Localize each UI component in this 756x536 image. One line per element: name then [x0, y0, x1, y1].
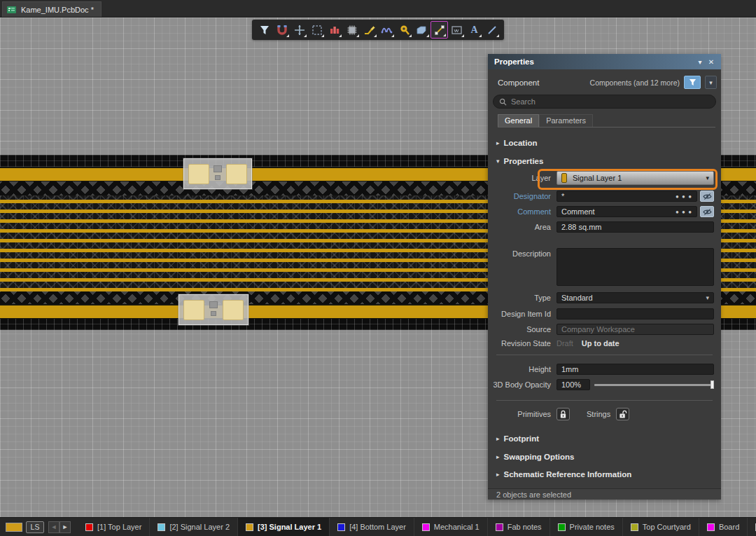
line-button[interactable]	[483, 21, 500, 39]
layer-tab[interactable]: Private notes	[550, 518, 623, 536]
layer-tab-label: Mechanical 1	[434, 523, 479, 531]
eye-slash-icon	[703, 193, 712, 200]
layer-tab[interactable]: Mechanical 1	[414, 518, 488, 536]
type-dropdown[interactable]: Standard ▾	[556, 292, 714, 303]
layer-tab[interactable]: [3] Signal Layer 1	[238, 518, 330, 536]
select-area-button[interactable]	[308, 21, 326, 39]
scope-filter-button[interactable]	[684, 76, 701, 89]
tab-parameters[interactable]: Parameters	[539, 114, 593, 127]
area-row: Area 2.88 sq.mm	[488, 221, 714, 233]
type-row: Type Standard ▾	[488, 292, 714, 303]
section-location[interactable]: ▸ Location	[488, 139, 721, 147]
layer-tab-label: [4] Bottom Layer	[349, 523, 406, 531]
comment-label[interactable]: Comment	[488, 207, 556, 216]
section-footprint[interactable]: ▸ Footprint	[488, 434, 721, 443]
layer-tab[interactable]: Top Assembly	[748, 518, 756, 536]
pad-tool-button[interactable]	[326, 21, 343, 39]
layer-tabs: [1] Top Layer [2] Signal Layer 2 [3] Sig…	[78, 518, 756, 536]
current-layer-swatch	[6, 523, 22, 532]
section-properties[interactable]: ▾ Properties	[488, 157, 721, 165]
tab-general[interactable]: General	[498, 114, 539, 127]
panel-title: Properties	[494, 57, 694, 66]
section-schematic-reference[interactable]: ▸ Schematic Reference Information	[488, 470, 721, 479]
line-icon	[486, 25, 498, 36]
description-input[interactable]	[556, 248, 714, 286]
selection-rectangle-icon	[312, 25, 323, 36]
filter-icon	[259, 25, 270, 36]
panel-close-icon[interactable]: ✕	[706, 58, 717, 66]
polygon-pour-button[interactable]	[413, 21, 430, 39]
slider-handle[interactable]	[710, 380, 714, 389]
layer-color-swatch	[422, 523, 430, 531]
divider	[496, 355, 713, 355]
revision-state-row: Revision State Draft Up to date	[488, 339, 714, 348]
text-string-icon: A	[470, 25, 477, 36]
crosshair-move-icon	[294, 25, 305, 36]
layer-sets-button[interactable]: LS	[26, 521, 44, 533]
component-pad[interactable]	[226, 164, 247, 184]
component-body-mark	[215, 175, 220, 180]
snap-magnet-button[interactable]	[273, 21, 290, 39]
polygon-icon	[416, 25, 428, 36]
designator-label[interactable]: Designator	[488, 192, 556, 200]
layer-color-swatch	[631, 523, 638, 531]
pcb-canvas[interactable]: A Properties ▾ ✕ Component Components (a…	[0, 17, 756, 517]
scroll-left-button[interactable]: ◄	[48, 521, 59, 533]
opacity-value-input[interactable]: 100%	[556, 379, 590, 390]
layer-tab[interactable]: Fab notes	[488, 518, 550, 536]
designator-visibility-button[interactable]	[700, 191, 714, 202]
comment-input[interactable]: Comment ● ● ●	[556, 206, 697, 217]
source-placeholder: Company Workspace	[561, 325, 635, 334]
component-pad[interactable]	[183, 300, 204, 320]
component-chip-icon	[346, 25, 358, 36]
differential-route-button[interactable]	[378, 21, 396, 39]
panel-search-input[interactable]: Search	[493, 95, 716, 109]
scope-filter-dropdown[interactable]: ▾	[705, 76, 717, 89]
pcbdoc-icon	[7, 6, 17, 14]
properties-panel-header[interactable]: Properties ▾ ✕	[488, 54, 721, 69]
component-pad[interactable]	[223, 300, 244, 320]
layer-tab[interactable]: Board	[699, 518, 748, 536]
component-footprint-1[interactable]	[183, 158, 252, 189]
designator-input[interactable]: * ● ● ●	[556, 191, 697, 202]
ellipsis-button[interactable]: ● ● ●	[676, 209, 692, 215]
move-tool-button[interactable]	[290, 21, 308, 39]
component-footprint-2[interactable]	[178, 294, 248, 325]
source-input[interactable]: Company Workspace	[556, 324, 714, 335]
section-schematic-reference-label: Schematic Reference Information	[504, 470, 632, 479]
layer-tab[interactable]: Top Courtyard	[623, 518, 699, 536]
comment-visibility-button[interactable]	[700, 206, 714, 217]
section-swapping-options[interactable]: ▸ Swapping Options	[488, 453, 721, 461]
filter-tool-button[interactable]	[255, 21, 273, 39]
opacity-slider[interactable]	[594, 379, 714, 390]
layer-tab[interactable]: [4] Bottom Layer	[330, 518, 414, 536]
panel-collapse-icon[interactable]: ▾	[694, 58, 706, 66]
layer-tab-label: Board	[719, 523, 739, 531]
height-row: Height 1mm	[488, 364, 714, 375]
height-value: 1mm	[561, 365, 578, 373]
slider-track	[594, 384, 714, 386]
via-tool-button[interactable]	[396, 21, 413, 39]
line-tool-button-active[interactable]	[430, 21, 448, 39]
selection-status: 2 objects are selected	[488, 488, 721, 500]
design-item-id-input[interactable]	[556, 308, 714, 319]
interactive-route-button[interactable]	[360, 21, 378, 39]
room-tool-button[interactable]	[448, 21, 465, 39]
object-type-label: Component	[498, 78, 586, 87]
strings-lock-button[interactable]	[616, 408, 629, 420]
ellipsis-button[interactable]: ● ● ●	[676, 193, 692, 200]
document-tab[interactable]: Kame_IMU.PcbDoc *	[2, 1, 102, 17]
primitives-lock-button[interactable]	[556, 408, 570, 420]
chevron-down-icon: ▾	[496, 158, 500, 165]
layer-color-swatch	[246, 523, 253, 531]
height-input[interactable]: 1mm	[556, 364, 714, 375]
component-tool-button[interactable]	[343, 21, 360, 39]
component-pad[interactable]	[188, 164, 209, 184]
layer-tab[interactable]: [1] Top Layer	[78, 518, 150, 536]
scroll-right-button[interactable]: ►	[59, 521, 71, 533]
text-string-button[interactable]: A	[465, 21, 483, 39]
layer-tab[interactable]: [2] Signal Layer 2	[150, 518, 238, 536]
layer-dropdown[interactable]: Signal Layer 1 ▾	[556, 171, 714, 185]
opacity-label: 3D Body Opacity	[488, 380, 556, 389]
layer-value: Signal Layer 1	[573, 174, 622, 182]
